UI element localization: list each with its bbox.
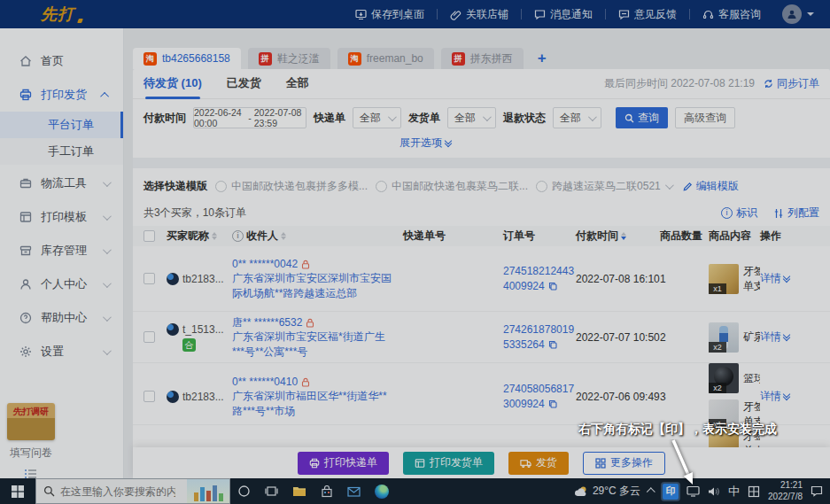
shop-tab-2[interactable]: 拼 鞋之泛滥: [248, 48, 330, 69]
order-number-cell[interactable]: 274058056817 3009924: [503, 382, 576, 412]
sidebar-item-inventory[interactable]: 库存管理: [0, 236, 123, 266]
app-header: 先打 保存到桌面 关联店铺 消息通知 意见反馈 客服咨询: [0, 0, 830, 28]
save-to-desktop-button[interactable]: 保存到桌面: [343, 7, 437, 22]
add-shop-tab-button[interactable]: +: [531, 50, 554, 69]
shop-tab-3[interactable]: 淘 freeman_bo: [337, 48, 434, 69]
table-header: 买家昵称 收件人 快递单号 订单号 付款时间 商品数量 商品内容 操作: [133, 226, 830, 246]
refund-status-label: 退款状态: [503, 111, 546, 126]
mail-button[interactable]: [340, 478, 368, 504]
lock-icon: [301, 377, 310, 387]
headset-icon: [702, 9, 714, 20]
weather-widget[interactable]: 29°C 多云: [574, 484, 640, 499]
express-sheet-select[interactable]: 全部: [353, 107, 401, 128]
ship-sheet-select[interactable]: 全部: [447, 107, 496, 128]
col-recipient[interactable]: 收件人: [232, 229, 403, 244]
sidebar-item-manual-orders[interactable]: 手工订单: [0, 138, 123, 165]
tab-all[interactable]: 全部: [286, 69, 309, 99]
edge-button[interactable]: [368, 478, 395, 504]
template-option-2[interactable]: 中国邮政快递包裹菜鸟二联...: [376, 179, 528, 194]
sidebar-item-settings[interactable]: 设置: [0, 337, 123, 367]
row-checkbox[interactable]: [144, 273, 155, 284]
more-actions-button[interactable]: 更多操作: [583, 452, 665, 475]
row-checkbox[interactable]: [144, 331, 155, 343]
ime-grid-icon[interactable]: [748, 485, 760, 498]
cortana-button[interactable]: [230, 478, 258, 504]
taskbar-clock[interactable]: 21:21 2022/7/8: [768, 480, 803, 502]
show-hidden-icons-button[interactable]: [647, 487, 655, 496]
sidebar-item-help[interactable]: 帮助中心: [0, 303, 123, 333]
recipient-cell[interactable]: 0** ******0410 广东省深圳市福田区华**街道华**路***号**市…: [232, 375, 403, 418]
message-notify-button[interactable]: 消息通知: [522, 7, 605, 22]
lock-icon: [306, 318, 314, 328]
copy-icon[interactable]: [548, 282, 557, 291]
ship-sheet-label: 发货单: [408, 111, 440, 126]
search-icon: [43, 485, 55, 497]
notification-center-icon[interactable]: [811, 485, 823, 497]
recipient-cell[interactable]: 0** ******0042 广东省深圳市宝安区深圳市宝安国际机场航**路跨越速…: [232, 257, 403, 300]
select-all-checkbox[interactable]: [144, 230, 155, 242]
chevron-down-icon: [103, 178, 112, 187]
shop-tab-4[interactable]: 拼 拼东拼西: [441, 48, 524, 69]
detail-link[interactable]: 详情: [760, 389, 819, 404]
tab-shipped[interactable]: 已发货: [227, 69, 261, 99]
copy-icon[interactable]: [548, 340, 557, 349]
print-ship-sheet-button[interactable]: 打印发货单: [403, 452, 494, 475]
sidebar-item-print-ship[interactable]: 打印发货: [0, 80, 123, 110]
task-view-button[interactable]: [258, 478, 285, 504]
summary-bar: 共3个买家，10条订单 标识 列配置: [133, 199, 830, 226]
chevron-down-icon: [103, 245, 112, 254]
user-menu[interactable]: [773, 4, 830, 24]
sidebar-item-print-templates[interactable]: 打印模板: [0, 202, 123, 232]
survey-widget[interactable]: 先打调研 填写问卷: [4, 403, 58, 483]
feedback-button[interactable]: 意见反馈: [606, 7, 689, 22]
paperclip-icon: [450, 9, 462, 20]
copy-icon[interactable]: [548, 399, 557, 408]
truck-icon: [520, 458, 531, 469]
sidebar-item-home[interactable]: 首页: [0, 46, 123, 76]
recipient-cell[interactable]: 唐** ******6532 广东省深圳市宝安区福*街道广生***号**公寓**…: [232, 315, 403, 359]
col-pay-time[interactable]: 付款时间: [576, 229, 660, 244]
store-bag-icon: [321, 485, 333, 498]
edit-template-link[interactable]: 编辑模版: [683, 179, 739, 194]
query-button[interactable]: 查询: [616, 107, 668, 128]
col-content: 商品内容: [709, 229, 760, 244]
sidebar-item-logistics[interactable]: 物流工具: [0, 168, 123, 198]
ship-button[interactable]: 发货: [508, 452, 569, 475]
pay-time-range-input[interactable]: 2022-06-24 00:00 - 2022-07-08 23:59: [193, 107, 306, 128]
sort-desc-icon: [621, 232, 626, 240]
template-option-1[interactable]: 中国邮政快递包裹拼多多模...: [215, 179, 368, 194]
refund-status-select[interactable]: 全部: [553, 107, 601, 128]
file-explorer-button[interactable]: [285, 478, 313, 504]
tab-pending-ship[interactable]: 待发货 (10): [144, 69, 202, 99]
shop-tab-1[interactable]: 淘 tb4265668158: [133, 48, 241, 69]
column-config-link[interactable]: 列配置: [773, 205, 819, 221]
order-number-cell[interactable]: 274518212443 4009924: [503, 264, 576, 294]
taskbar-search[interactable]: [35, 478, 230, 504]
col-tracking: 快递单号: [403, 229, 503, 244]
chevron-down-icon: [483, 112, 492, 121]
detail-link[interactable]: 详情: [760, 271, 819, 286]
order-number-cell[interactable]: 274261878019 5335264: [503, 322, 576, 353]
express-template-bar: 选择快递模版 中国邮政快递包裹拼多多模... 中国邮政快递包裹菜鸟二联... 跨…: [133, 168, 830, 199]
search-input[interactable]: [60, 485, 175, 498]
shop-tabs: 淘 tb4265668158 拼 鞋之泛滥 淘 freeman_bo 拼 拼东拼…: [133, 48, 554, 69]
row-checkbox[interactable]: [144, 391, 155, 402]
ime-language-indicator[interactable]: 中: [728, 484, 740, 500]
sidebar-item-personal[interactable]: 个人中心: [0, 269, 123, 299]
print-express-button[interactable]: 打印快递单: [298, 452, 389, 475]
advanced-query-button[interactable]: 高级查询: [675, 107, 735, 128]
sync-orders-button[interactable]: 同步订单: [764, 76, 819, 91]
customer-service-button[interactable]: 客服咨询: [690, 7, 773, 22]
link-shop-button[interactable]: 关联店铺: [438, 7, 521, 22]
expand-options-link[interactable]: 展开选项: [399, 136, 451, 151]
info-circle-icon: [721, 207, 733, 219]
detail-link[interactable]: 详情: [760, 330, 819, 345]
col-buyer[interactable]: 买家昵称: [167, 229, 232, 244]
template-option-3[interactable]: 跨越速运菜鸟二联0521: [536, 179, 671, 194]
store-button[interactable]: [313, 478, 340, 504]
speaker-icon[interactable]: [708, 486, 720, 497]
start-button[interactable]: [0, 478, 35, 504]
sidebar-item-platform-orders[interactable]: 平台订单: [0, 112, 123, 138]
pinduoduo-icon: 拼: [259, 52, 272, 66]
mark-link[interactable]: 标识: [721, 205, 757, 221]
